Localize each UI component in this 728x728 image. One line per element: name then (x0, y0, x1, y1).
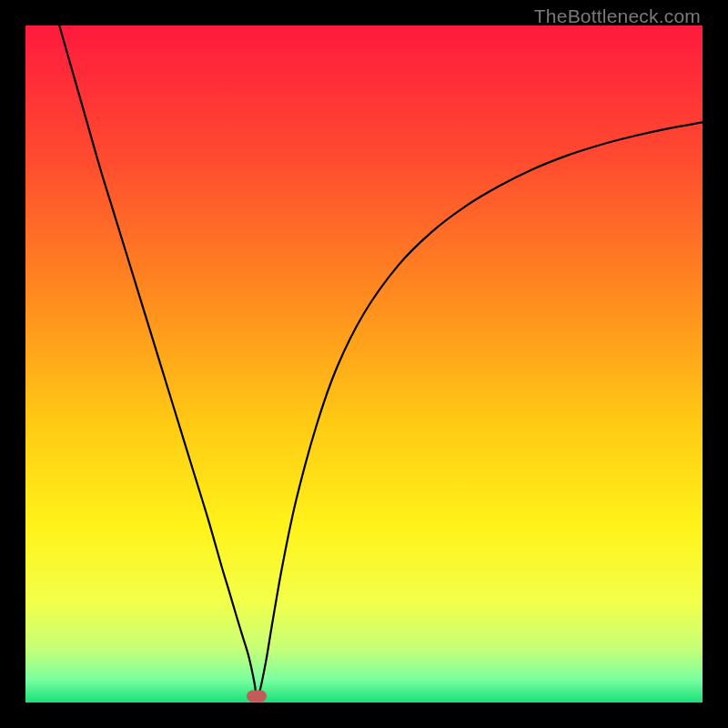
chart-frame (25, 25, 703, 703)
optimal-point-marker (247, 690, 267, 702)
bottleneck-chart (25, 25, 703, 703)
watermark-text: TheBottleneck.com (534, 5, 701, 27)
chart-background (25, 25, 703, 703)
